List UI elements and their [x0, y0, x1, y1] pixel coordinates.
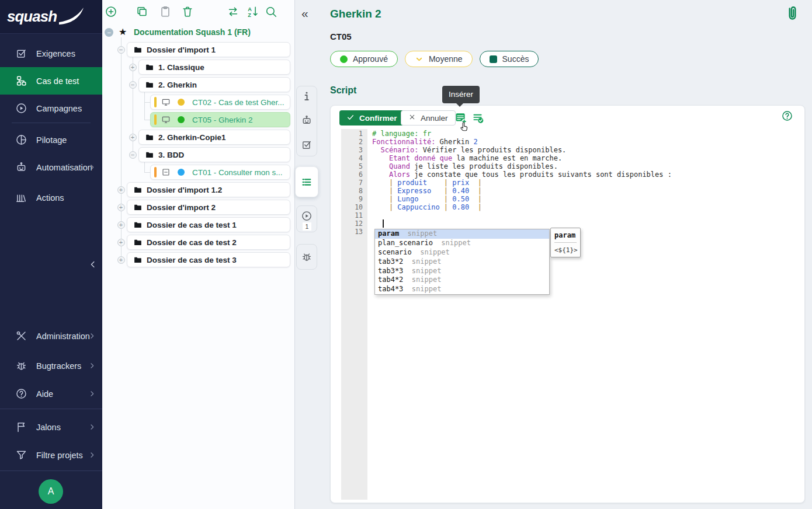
- project-root-label[interactable]: Documentation Squash 1 (FR): [134, 27, 251, 37]
- sidebar-item-label: Cas de test: [36, 76, 79, 86]
- tree-toolbar-search-button[interactable]: [265, 5, 277, 18]
- chevron-right-icon: [88, 361, 96, 370]
- squash-logo[interactable]: squash: [0, 0, 102, 34]
- tree-folder-row[interactable]: 2. Gherkin-Copie1: [138, 130, 290, 145]
- tree-expand-toggle[interactable]: +: [117, 239, 125, 246]
- sidebar: squash Exigences Cas de test Campagnes P…: [0, 0, 102, 509]
- sidebar-item-cas-de-test[interactable]: Cas de test: [0, 67, 102, 95]
- folder-icon: [145, 62, 154, 72]
- tree-expand-toggle[interactable]: −: [129, 81, 137, 89]
- tree-test-case-row[interactable]: CT05 - Gherkin 2: [150, 112, 290, 127]
- code-line: [372, 219, 672, 228]
- tree-folder-row[interactable]: Dossier d'import 1.2: [127, 182, 290, 197]
- tree-toolbar-delete-button[interactable]: [181, 5, 194, 18]
- chevron-left-icon: [88, 259, 98, 270]
- paperclip-icon[interactable]: [784, 5, 801, 22]
- tree-folder-row[interactable]: 2. Gherkin: [138, 77, 290, 92]
- tree-test-case-row[interactable]: CT01 - Consulter mon s...: [150, 165, 290, 180]
- autocomplete-item-tab3*2[interactable]: tab3*2 snippet: [375, 257, 549, 267]
- tree-toolbar-paste-button[interactable]: [159, 5, 172, 18]
- tree-expand-toggle[interactable]: +: [117, 221, 125, 229]
- tree-folder-row[interactable]: Dossier d'import 1: [127, 42, 290, 57]
- tree-expand-toggle[interactable]: +: [117, 204, 125, 211]
- sidebar-item-jalons[interactable]: Jalons: [0, 413, 102, 441]
- tree-expand-toggle[interactable]: −: [129, 151, 137, 159]
- status-badge[interactable]: Approuvé: [330, 51, 398, 67]
- tree-toolbar-sort-button[interactable]: AZ: [247, 5, 259, 18]
- validate-script-button[interactable]: [471, 111, 484, 124]
- tree-expand-toggle[interactable]: −: [117, 46, 125, 54]
- tree-folder-row[interactable]: Dossier de cas de test 1: [127, 217, 290, 232]
- badge-label: Moyenne: [429, 54, 463, 64]
- badge-label: Succès: [502, 54, 529, 64]
- autocomplete-item-plan_scenario[interactable]: plan_scenario snippet: [375, 239, 549, 248]
- tree-folder-row[interactable]: 3. BDD: [138, 147, 290, 162]
- code-line: Fonctionnalité: Gherkin 2: [372, 138, 672, 146]
- code-line: | produit | prix |: [372, 179, 672, 187]
- sidebar-item-actions[interactable]: Actions: [0, 184, 102, 211]
- tree-toolbar-transfer-button[interactable]: [227, 5, 240, 18]
- line-number: 11: [341, 211, 363, 219]
- sidebar-item-bugtrackers[interactable]: Bugtrackers: [0, 352, 102, 379]
- tree-node-label: CT02 - Cas de test Gher...: [192, 98, 284, 107]
- autocomplete-item-tab4*2[interactable]: tab4*2 snippet: [375, 276, 549, 285]
- sidebar-item-administration[interactable]: Administration: [0, 322, 102, 350]
- close-icon: [408, 113, 416, 123]
- user-avatar[interactable]: A: [39, 479, 63, 504]
- sidebar-item-pilotage[interactable]: Pilotage: [0, 126, 102, 154]
- insert-table-button[interactable]: [454, 111, 467, 124]
- tree-expand-toggle[interactable]: +: [129, 64, 137, 71]
- page-title: Gherkin 2: [330, 8, 381, 20]
- tree-folder-row[interactable]: Dossier de cas de test 3: [127, 252, 290, 267]
- status-dot: [178, 169, 185, 176]
- tree-root-collapse-toggle[interactable]: −: [105, 28, 113, 37]
- execution-status-badge[interactable]: Succès: [480, 51, 539, 67]
- gherkin-code-editor[interactable]: # language: frFonctionnalité: Gherkin 2 …: [372, 130, 672, 236]
- anchor-script-steps[interactable]: [301, 176, 313, 188]
- tree-test-case-row[interactable]: CT02 - Cas de test Gher...: [150, 95, 290, 110]
- anchor-executions[interactable]: [301, 210, 313, 222]
- help-icon[interactable]: [781, 110, 793, 122]
- folder-icon: [133, 45, 143, 54]
- tree-folder-row[interactable]: Dossier de cas de test 2: [127, 235, 290, 250]
- autocomplete-item-param[interactable]: param snippet: [375, 229, 549, 239]
- sidebar-divider: [0, 409, 102, 409]
- cancel-button[interactable]: Annuler: [401, 110, 456, 125]
- sidebar-item-exigences[interactable]: Exigences: [0, 40, 102, 67]
- sidebar-item-filtre-projets[interactable]: Filtre projets: [0, 441, 102, 469]
- anchor-verified-requirements[interactable]: [301, 139, 313, 151]
- tree-expand-toggle[interactable]: +: [117, 256, 125, 264]
- tree-node-label: Dossier d'import 1: [147, 46, 216, 54]
- check-square-icon: [301, 139, 313, 151]
- importance-badge[interactable]: Moyenne: [405, 51, 473, 67]
- sidebar-item-aide[interactable]: Aide: [0, 380, 102, 407]
- autocomplete-item-scenario[interactable]: scenario snippet: [375, 248, 549, 257]
- folder-icon: [133, 45, 143, 54]
- autocomplete-item-tab3*3[interactable]: tab3*3 snippet: [375, 267, 549, 276]
- tree-expand-toggle[interactable]: +: [129, 134, 137, 141]
- sidebar-item-label: Aide: [36, 389, 53, 399]
- autocomplete-item-tab4*3[interactable]: tab4*3 snippet: [375, 285, 549, 294]
- tree-folder-row[interactable]: Dossier d'import 2: [127, 200, 290, 215]
- sidebar-item-automatisation[interactable]: Automatisation: [0, 154, 102, 181]
- anchor-automation[interactable]: [301, 114, 313, 126]
- chevron-down-bold-icon: [415, 55, 424, 64]
- monitor-icon: [161, 97, 171, 107]
- logo-text: squash: [7, 8, 57, 26]
- anchor-issues[interactable]: [301, 251, 313, 263]
- chevron-right-icon: [88, 451, 96, 459]
- chevron-right-icon: [88, 361, 96, 370]
- sidebar-item-campagnes[interactable]: Campagnes: [0, 95, 102, 122]
- tree-toolbar-create-button[interactable]: [105, 5, 117, 18]
- chevron-right-icon: [88, 332, 96, 340]
- anchor-information[interactable]: [301, 90, 313, 102]
- sidebar-collapse-button[interactable]: [88, 259, 98, 272]
- swap-icon: [227, 5, 240, 18]
- confirm-button[interactable]: Confirmer: [339, 110, 404, 125]
- collapse-panel-button[interactable]: «: [301, 6, 308, 20]
- tree-node-label: CT05 - Gherkin 2: [192, 116, 253, 124]
- tree-folder-row[interactable]: 1. Classique: [138, 60, 290, 75]
- status-square-icon: [490, 55, 497, 63]
- tree-expand-toggle[interactable]: +: [117, 186, 125, 194]
- tree-toolbar-copy-button[interactable]: [136, 5, 148, 18]
